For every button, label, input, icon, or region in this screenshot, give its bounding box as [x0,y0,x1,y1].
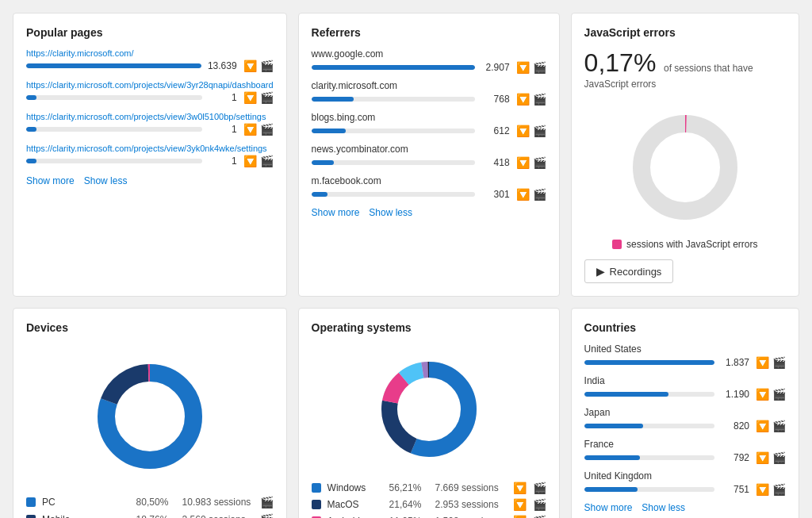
devices-donut-container [26,343,274,489]
referrers-show-less[interactable]: Show less [369,207,412,218]
bar-fill [312,65,475,70]
filter-icon[interactable]: 🔽 [243,59,257,72]
devices-donut [86,353,213,480]
record-icon[interactable]: 🎬 [772,483,786,496]
countries-title: Countries [584,321,786,334]
record-icon[interactable]: 🎬 [533,156,546,169]
filter-icon[interactable]: 🔽 [243,123,257,136]
record-icon[interactable]: 🎬 [533,515,546,518]
bar-row: 418 🔽 🎬 [312,156,546,169]
record-icon[interactable]: 🎬 [260,123,274,136]
countries-show-less[interactable]: Show less [642,502,685,513]
bar-fill [312,129,346,133]
referrer-url: m.facebook.com [312,175,546,186]
record-icon[interactable]: 🎬 [260,155,274,167]
page-url[interactable]: https://clarity.microsoft.com/ [26,48,274,58]
os-item: MacOS 21,64% 2.953 sessions 🔽 🎬 [312,498,546,511]
filter-icon[interactable]: 🔽 [516,93,530,106]
record-icon[interactable]: 🎬 [533,125,546,137]
bar-icons: 🔽 🎬 [756,420,786,432]
bar-value: 1.190 [721,389,749,400]
bar-row: 612 🔽 🎬 [312,125,546,137]
referrer-item: www.google.com 2.907 🔽 🎬 [312,48,546,74]
record-icon[interactable]: 🎬 [260,496,274,508]
os-card: Operating systems Windows 56,21% 7.669 s… [298,308,560,518]
filter-icon[interactable]: 🔽 [516,188,530,201]
record-icon[interactable]: 🎬 [533,61,546,74]
bar-row: 792 🔽 🎬 [584,451,786,464]
bar-value: 792 [721,452,749,463]
referrer-item: news.ycombinator.com 418 🔽 🎬 [312,144,546,169]
record-icon[interactable]: 🎬 [772,420,786,432]
os-label: MacOS [327,499,383,510]
page-url[interactable]: https://clarity.microsoft.com/projects/v… [26,80,274,90]
country-name: India [584,375,786,386]
record-icon[interactable]: 🎬 [533,498,546,511]
bar-track [584,424,714,428]
page-url[interactable]: https://clarity.microsoft.com/projects/v… [26,112,274,121]
record-icon[interactable]: 🎬 [533,93,546,106]
js-errors-donut-container [584,96,786,239]
bar-row: 1.837 🔽 🎬 [584,356,786,369]
filter-icon[interactable]: 🔽 [513,482,527,494]
popular-pages-show-less[interactable]: Show less [84,175,128,186]
dashboard: Popular pages https://clarity.microsoft.… [13,13,799,518]
bar-fill [312,192,328,197]
os-pct: 21,64% [389,499,429,510]
referrer-item: m.facebook.com 301 🔽 🎬 [312,175,546,201]
page-url[interactable]: https://clarity.microsoft.com/projects/v… [26,144,274,153]
os-label: Windows [327,482,383,493]
os-item: Android 11,05% 1.508 sessions 🔽 🎬 [312,515,546,518]
record-icon[interactable]: 🎬 [772,356,786,369]
record-icon[interactable]: 🎬 [260,513,274,518]
referrer-url: blogs.bing.com [312,112,546,123]
record-icon[interactable]: 🎬 [772,451,786,464]
referrers-show-more[interactable]: Show more [312,207,360,218]
os-sessions: 7.669 sessions [435,482,507,493]
os-item: Windows 56,21% 7.669 sessions 🔽 🎬 [312,482,546,494]
filter-icon[interactable]: 🔽 [513,515,527,518]
record-icon[interactable]: 🎬 [260,59,274,72]
bar-row: 1 🔽 🎬 [26,155,274,167]
filter-icon[interactable]: 🔽 [516,125,530,137]
filter-icon[interactable]: 🔽 [756,388,769,401]
recordings-button[interactable]: ▶ Recordings [584,259,674,283]
filter-icon[interactable]: 🔽 [243,91,257,104]
filter-icon[interactable]: 🔽 [513,498,527,511]
country-item: United Kingdom 751 🔽 🎬 [584,470,786,496]
filter-icon[interactable]: 🔽 [756,420,769,432]
bar-fill [26,95,36,100]
bar-track [312,192,475,197]
page-item: https://clarity.microsoft.com/ 13.639 🔽 … [26,48,274,72]
bar-value: 820 [721,420,749,432]
bar-row: 768 🔽 🎬 [312,93,546,106]
filter-icon[interactable]: 🔽 [243,155,257,167]
country-name: United Kingdom [584,470,786,482]
js-errors-donut [622,104,749,231]
legend-label: Mobile [42,514,130,518]
bar-icons: 🔽 🎬 [516,61,546,74]
record-icon[interactable]: 🎬 [260,91,274,104]
bar-fill [312,97,354,102]
devices-title: Devices [26,321,274,334]
bar-value: 418 [481,157,510,168]
legend-item: PC 80,50% 10.983 sessions 🎬 [26,496,274,508]
record-icon[interactable]: 🎬 [533,482,546,494]
bar-icons: 🔽 🎬 [756,451,786,464]
record-icon[interactable]: 🎬 [772,388,786,401]
filter-icon[interactable]: 🔽 [516,61,530,74]
bar-track [584,487,714,492]
popular-pages-show-links: Show more Show less [26,175,274,186]
filter-icon[interactable]: 🔽 [516,156,530,169]
country-item: Japan 820 🔽 🎬 [584,407,786,432]
filter-icon[interactable]: 🔽 [756,451,769,464]
bar-icons: 🔽 🎬 [516,93,546,106]
bar-track [584,392,714,397]
filter-icon[interactable]: 🔽 [756,356,769,369]
filter-icon[interactable]: 🔽 [756,483,769,496]
countries-show-more[interactable]: Show more [584,502,633,513]
popular-pages-show-more[interactable]: Show more [26,175,75,186]
referrers-list: www.google.com 2.907 🔽 🎬 clarity.microso… [312,48,546,201]
record-icon[interactable]: 🎬 [533,188,546,201]
bar-track [584,360,714,365]
